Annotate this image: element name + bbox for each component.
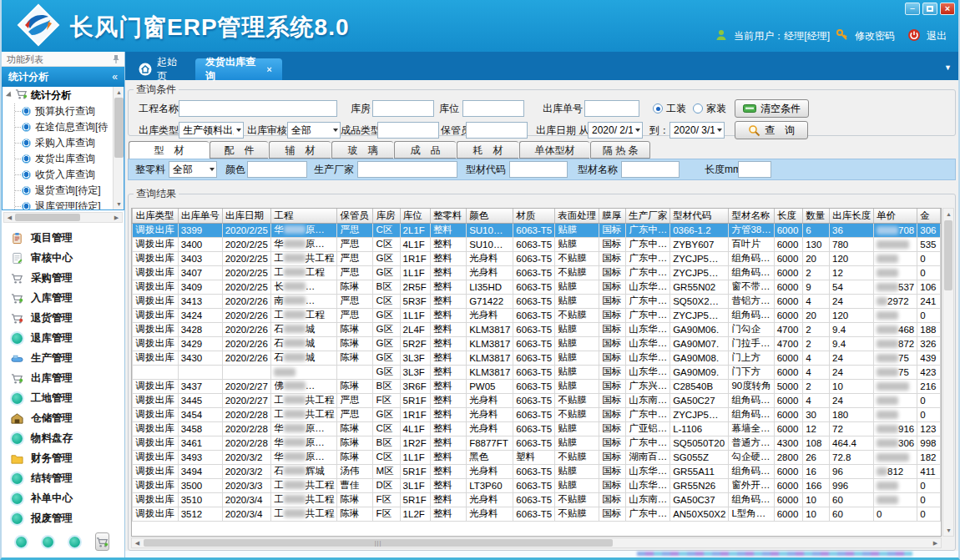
table-row[interactable]: 调拨出库34542020/2/28工共工程严思G区1R1F整料光身料6063-T… bbox=[132, 407, 941, 421]
cell[interactable]: 4 bbox=[803, 294, 830, 308]
cell[interactable]: GA50C27 bbox=[670, 393, 729, 407]
column-header-18[interactable]: 单价 bbox=[874, 209, 917, 223]
cell[interactable]: 陈琳 bbox=[337, 336, 373, 351]
change-password-link[interactable]: 修改密码 bbox=[855, 29, 895, 43]
cell[interactable]: 组角码… bbox=[729, 308, 774, 322]
cell[interactable]: G71422 bbox=[467, 294, 513, 308]
cell[interactable]: 整料 bbox=[431, 237, 467, 251]
cell[interactable]: 6000 bbox=[774, 251, 802, 265]
cell[interactable]: 812 bbox=[874, 464, 917, 478]
cell[interactable] bbox=[874, 478, 917, 492]
cell[interactable]: KLM3817 bbox=[467, 351, 513, 365]
cell[interactable]: 调拨出库 bbox=[133, 507, 178, 521]
cell[interactable]: 工共工程 bbox=[271, 492, 337, 507]
table-row[interactable]: 调拨出库35102020/3/4工共工程陈琳F区5R1F整料光身料6063-T5… bbox=[132, 492, 941, 507]
cell[interactable]: 3400 bbox=[178, 237, 222, 251]
cell[interactable]: 2972 bbox=[874, 294, 917, 308]
pin-icon[interactable] bbox=[112, 54, 120, 65]
tab-home[interactable]: 起始页 bbox=[129, 58, 194, 80]
cell[interactable]: KLM3817 bbox=[467, 322, 513, 336]
cell[interactable]: 国标 bbox=[599, 294, 626, 308]
cell[interactable]: 国标 bbox=[599, 421, 626, 436]
cell[interactable]: 贴膜 bbox=[555, 336, 599, 351]
date-from-picker[interactable]: 2020/ 2/16 bbox=[588, 122, 643, 139]
cell[interactable]: 6000 bbox=[774, 223, 802, 237]
cell[interactable]: 国标 bbox=[599, 478, 626, 492]
cell[interactable] bbox=[271, 365, 337, 379]
cell[interactable]: 调拨出库 bbox=[133, 478, 178, 492]
cell[interactable]: 国标 bbox=[599, 492, 626, 507]
cell[interactable]: 山东华… bbox=[626, 464, 670, 478]
cell[interactable]: 6000 bbox=[774, 492, 802, 507]
cell[interactable]: 贴膜 bbox=[555, 280, 599, 294]
cell[interactable]: 2020/3/4 bbox=[222, 507, 271, 521]
column-header-8[interactable]: 颜色 bbox=[467, 209, 513, 223]
audit-select[interactable]: 全部 bbox=[287, 122, 341, 139]
cell[interactable]: 石辉城 bbox=[271, 464, 337, 478]
sidebar-item-scrap-management[interactable]: 报废管理 bbox=[2, 508, 124, 528]
cell[interactable]: 2020/2/27 bbox=[222, 393, 271, 407]
cell[interactable]: 石城 bbox=[271, 336, 337, 351]
cell[interactable]: 2L4F bbox=[400, 322, 430, 336]
manufacturer-input[interactable] bbox=[357, 161, 457, 178]
cell[interactable]: 严思 bbox=[337, 407, 373, 421]
cell[interactable] bbox=[178, 365, 222, 379]
cell[interactable]: 调拨出库 bbox=[133, 237, 178, 251]
cell[interactable]: 1R2F bbox=[400, 436, 430, 450]
cell[interactable]: 陈琳 bbox=[337, 351, 373, 365]
cell[interactable]: 0 bbox=[917, 251, 941, 265]
cell[interactable]: 0366-1.2 bbox=[670, 223, 729, 237]
cell[interactable]: 山东华… bbox=[626, 280, 670, 294]
cell[interactable]: 6063-T5 bbox=[513, 223, 555, 237]
maximize-button[interactable] bbox=[922, 3, 937, 15]
tree-item-2[interactable]: 采购入库查询 bbox=[15, 135, 124, 151]
subtab-5[interactable]: 耗 材 bbox=[457, 141, 518, 159]
cell[interactable]: 4 bbox=[803, 393, 830, 407]
cell[interactable]: 国标 bbox=[599, 237, 626, 251]
cell[interactable]: GR55A11 bbox=[670, 464, 729, 478]
cell[interactable]: 6000 bbox=[774, 393, 802, 407]
cell[interactable]: 90度转角 bbox=[729, 379, 774, 393]
cell[interactable]: ZYCJP5… bbox=[670, 308, 729, 322]
cell[interactable]: 整料 bbox=[431, 351, 467, 365]
cell[interactable]: 20 bbox=[803, 308, 830, 322]
cell[interactable]: 光身料 bbox=[467, 393, 513, 407]
cell[interactable]: 贴膜 bbox=[555, 294, 599, 308]
cell[interactable]: 60 bbox=[830, 507, 874, 521]
cell[interactable]: 调拨出库 bbox=[133, 322, 178, 336]
cell[interactable]: 36 bbox=[830, 223, 874, 237]
tree-root-statistics[interactable]: 统计分析 bbox=[3, 87, 124, 103]
cell[interactable]: 整料 bbox=[431, 308, 467, 322]
cell[interactable]: 916 bbox=[874, 421, 917, 436]
sidebar-item-outbound-management[interactable]: 出库管理 bbox=[2, 368, 124, 388]
cell[interactable]: 严思 bbox=[337, 223, 373, 237]
cell[interactable]: 贴膜 bbox=[555, 223, 599, 237]
clear-conditions-button[interactable]: 清空条件 bbox=[735, 99, 809, 118]
cell[interactable]: 贴膜 bbox=[555, 464, 599, 478]
cell[interactable]: 10 bbox=[830, 379, 874, 393]
cell[interactable]: 调拨出库 bbox=[133, 280, 178, 294]
cell[interactable]: 96 bbox=[830, 464, 874, 478]
sidebar-item-site-management[interactable]: 工地管理 bbox=[2, 388, 124, 408]
cell[interactable]: 整料 bbox=[431, 379, 467, 393]
tree-vertical-scrollbar[interactable]: ▲ ▼ bbox=[113, 87, 124, 209]
sidebar-item-purchase-management[interactable]: 采购管理 bbox=[2, 268, 124, 288]
cell[interactable]: 3494 bbox=[178, 464, 222, 478]
cell[interactable]: 0 bbox=[917, 308, 941, 322]
cell[interactable]: 光身料 bbox=[467, 421, 513, 436]
cell[interactable]: 216 bbox=[917, 379, 941, 393]
cell[interactable]: F8877FT bbox=[467, 436, 513, 450]
cell[interactable]: 6000 bbox=[774, 407, 802, 421]
cell[interactable]: 6063-T5 bbox=[513, 322, 555, 336]
cell[interactable]: 6063-T5 bbox=[513, 251, 555, 265]
subtab-2[interactable]: 辅 材 bbox=[269, 141, 331, 159]
cell[interactable]: 整料 bbox=[431, 294, 467, 308]
cell[interactable]: 严思 bbox=[337, 294, 373, 308]
cell[interactable]: GR55N02 bbox=[670, 280, 729, 294]
cell[interactable]: 6000 bbox=[774, 237, 802, 251]
cell[interactable]: 5000 bbox=[774, 379, 802, 393]
cell[interactable]: 广东中… bbox=[626, 407, 670, 421]
cell[interactable]: 山东华… bbox=[626, 365, 670, 379]
tab-close-icon[interactable]: × bbox=[267, 64, 272, 74]
cell[interactable]: 106 bbox=[917, 280, 941, 294]
